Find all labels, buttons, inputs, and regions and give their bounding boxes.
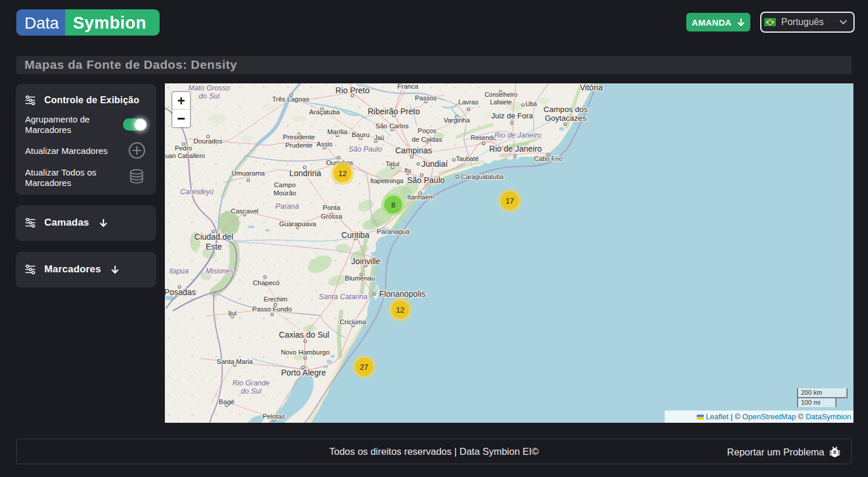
svg-text:Santa Catarina: Santa Catarina	[319, 293, 367, 301]
svg-text:8: 8	[391, 201, 395, 209]
svg-text:Ubá: Ubá	[525, 100, 537, 107]
svg-text:Florianópolis: Florianópolis	[379, 289, 425, 299]
svg-text:Grossa: Grossa	[320, 213, 343, 220]
svg-text:Rio de Janeiro: Rio de Janeiro	[489, 144, 542, 153]
svg-text:Lavras: Lavras	[458, 99, 479, 106]
svg-text:Pelotas: Pelotas	[263, 413, 285, 420]
svg-text:Guarapuava: Guarapuava	[279, 220, 316, 227]
svg-text:Vitória: Vitória	[580, 83, 603, 92]
svg-text:Ijuí: Ijuí	[228, 310, 237, 317]
svg-text:Três Lagoas: Três Lagoas	[272, 96, 309, 103]
svg-text:Bagé: Bagé	[219, 398, 235, 405]
svg-text:27: 27	[360, 363, 368, 371]
svg-text:Paranaguá: Paranaguá	[377, 228, 410, 235]
svg-text:Itapúa: Itapúa	[169, 267, 189, 275]
svg-text:Joinville: Joinville	[351, 257, 380, 266]
svg-text:do Sul: do Sul	[199, 92, 220, 100]
svg-text:Passo Fundo: Passo Fundo	[252, 306, 292, 313]
svg-text:Este: Este	[206, 242, 222, 251]
svg-text:Poços: Poços	[418, 127, 436, 134]
svg-text:Araçatuba: Araçatuba	[309, 108, 340, 115]
svg-text:Varginha: Varginha	[443, 117, 470, 124]
svg-text:Caxias do Sul: Caxias do Sul	[279, 330, 329, 339]
svg-text:Marília: Marília	[327, 128, 348, 135]
svg-text:17: 17	[506, 197, 514, 205]
svg-text:Prudente: Prudente	[285, 142, 313, 149]
svg-text:Novo Hamburgo: Novo Hamburgo	[281, 349, 330, 356]
svg-text:12: 12	[396, 306, 404, 314]
svg-text:Itu: Itu	[404, 167, 411, 174]
svg-text:Misiones: Misiones	[206, 267, 233, 275]
svg-text:Posadas: Posadas	[165, 287, 196, 297]
svg-text:Santa Maria: Santa Maria	[217, 358, 253, 365]
svg-text:Franca: Franca	[397, 83, 418, 90]
svg-text:12: 12	[338, 169, 347, 178]
svg-text:Paraná: Paraná	[276, 202, 299, 211]
svg-text:Campos dos: Campos dos	[544, 105, 588, 114]
svg-text:Passos: Passos	[415, 94, 437, 101]
svg-text:Taubaté: Taubaté	[456, 155, 478, 162]
svg-text:Assis: Assis	[316, 141, 333, 148]
svg-text:Ponta: Ponta	[323, 204, 341, 211]
svg-text:Umuarama: Umuarama	[232, 170, 265, 177]
svg-text:Jaú: Jaú	[375, 134, 384, 141]
svg-text:Erechim: Erechim	[264, 296, 287, 303]
svg-text:Chapecó: Chapecó	[253, 279, 280, 286]
svg-text:Campo: Campo	[274, 181, 295, 188]
svg-text:Porto Alegre: Porto Alegre	[281, 368, 326, 377]
svg-text:Rio de Janeiro: Rio de Janeiro	[495, 131, 542, 139]
svg-text:Juan Caballero: Juan Caballero	[165, 152, 205, 159]
svg-text:Itanhaém: Itanhaém	[407, 194, 434, 201]
svg-text:Bauru: Bauru	[352, 131, 370, 138]
svg-text:Mato Grosso: Mato Grosso	[188, 84, 230, 92]
svg-text:Cascavel: Cascavel	[231, 208, 258, 215]
svg-text:Campinas: Campinas	[395, 146, 432, 155]
svg-text:Tatuí: Tatuí	[386, 160, 400, 167]
svg-text:Mourão: Mourão	[274, 190, 297, 197]
svg-text:Rio Preto: Rio Preto	[336, 86, 370, 95]
svg-text:Ribeirão Preto: Ribeirão Preto	[368, 107, 420, 116]
svg-text:Blumenau: Blumenau	[345, 275, 375, 282]
svg-text:do Sul: do Sul	[241, 387, 262, 395]
svg-text:Resende: Resende	[471, 134, 496, 141]
svg-text:Conselheiro: Conselheiro	[485, 91, 517, 98]
svg-text:São Paulo: São Paulo	[348, 145, 382, 153]
svg-text:Itapetininga: Itapetininga	[371, 177, 404, 184]
svg-text:Rio Grande: Rio Grande	[232, 379, 270, 387]
svg-text:Caraguatatuba: Caraguatatuba	[461, 173, 504, 180]
svg-text:Criciúma: Criciúma	[340, 318, 366, 325]
svg-text:Goytacazes: Goytacazes	[545, 114, 587, 122]
svg-text:Presidente: Presidente	[283, 134, 315, 141]
svg-text:de Caldas: de Caldas	[412, 136, 442, 143]
svg-text:Pedro: Pedro	[175, 145, 192, 152]
svg-text:Canindeyú: Canindeyú	[180, 188, 214, 196]
svg-text:São Paulo: São Paulo	[407, 176, 445, 185]
svg-text:Juiz de Fora: Juiz de Fora	[491, 111, 533, 120]
svg-text:Ciudad del: Ciudad del	[195, 232, 234, 241]
svg-text:Dourados: Dourados	[193, 138, 223, 145]
svg-text:Londrina: Londrina	[290, 169, 322, 178]
svg-text:Cabo Frio: Cabo Frio	[534, 155, 562, 162]
svg-text:Lafaiete: Lafaiete	[490, 99, 512, 106]
svg-text:Jundiaí: Jundiaí	[421, 159, 447, 169]
svg-text:São Carlos: São Carlos	[376, 122, 409, 129]
svg-text:Curitiba: Curitiba	[341, 230, 369, 240]
